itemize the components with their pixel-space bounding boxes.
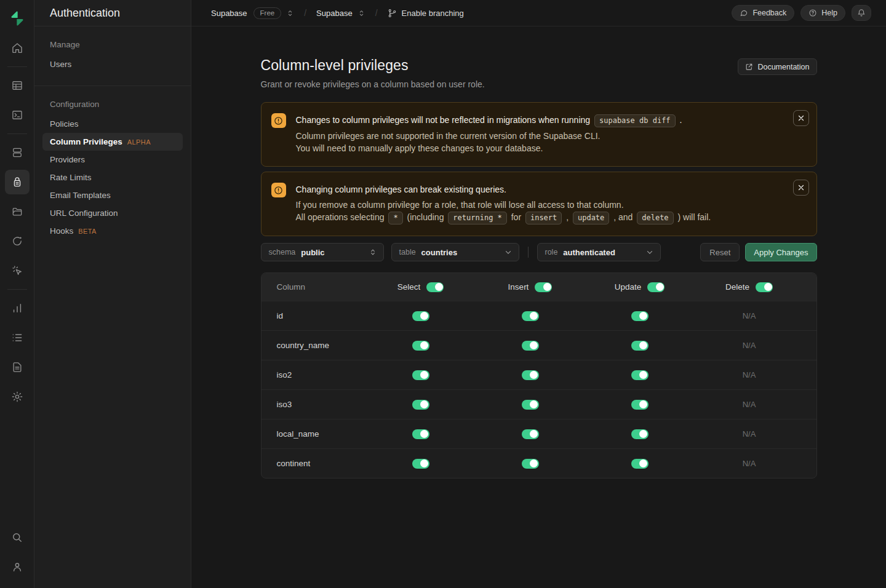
breadcrumb-project[interactable]: Supabase <box>316 9 353 18</box>
na-label: N/A <box>743 370 756 379</box>
alpha-badge: ALPHA <box>127 138 151 146</box>
breadcrumb-org[interactable]: Supabase <box>211 9 247 18</box>
select-toggle[interactable] <box>412 459 429 469</box>
sidebar-item-url-configuration[interactable]: URL Configuration <box>42 204 183 222</box>
select-toggle[interactable] <box>412 400 429 410</box>
sidebar-item-hooks[interactable]: Hooks BETA <box>42 222 183 240</box>
delete-header: Delete <box>695 282 804 292</box>
schema-select[interactable]: schema public <box>261 243 384 261</box>
apply-changes-button[interactable]: Apply Changes <box>745 243 816 261</box>
column-header: Column <box>277 282 366 292</box>
select-toggle[interactable] <box>412 429 429 439</box>
insert-all-toggle[interactable] <box>535 282 552 292</box>
update-header: Update <box>585 282 695 292</box>
sidebar-item-rate-limits[interactable]: Rate Limits <box>42 169 183 186</box>
documentation-button[interactable]: Documentation <box>738 58 816 75</box>
api-docs-icon[interactable] <box>5 355 30 379</box>
help-button[interactable]: Help <box>800 5 845 21</box>
update-toggle[interactable] <box>631 370 649 380</box>
home-icon[interactable] <box>5 36 30 60</box>
role-select[interactable]: role authenticated <box>537 243 661 261</box>
chevron-down-icon <box>504 248 513 256</box>
top-bar: Supabase Free / Supabase / Enable branch… <box>191 0 886 26</box>
na-label: N/A <box>743 429 756 439</box>
table-row: iso2 N/A <box>261 360 816 389</box>
insert-toggle[interactable] <box>522 459 539 469</box>
chevron-down-icon <box>645 248 654 256</box>
code-chip: * <box>388 212 402 224</box>
select-toggle[interactable] <box>412 370 429 380</box>
insert-toggle[interactable] <box>522 341 539 351</box>
table-row: id N/A <box>261 301 816 330</box>
help-circle-icon <box>808 9 817 17</box>
supabase-logo[interactable] <box>5 6 30 31</box>
storage-icon[interactable] <box>5 199 30 224</box>
rail-divider <box>7 133 27 134</box>
table-editor-icon[interactable] <box>5 73 30 98</box>
realtime-icon[interactable] <box>5 229 30 253</box>
update-all-toggle[interactable] <box>647 282 664 292</box>
breadcrumb-separator: / <box>375 8 378 18</box>
update-toggle[interactable] <box>631 459 649 469</box>
user-icon[interactable] <box>5 555 30 579</box>
project-selector-icon[interactable] <box>357 9 365 17</box>
update-toggle[interactable] <box>631 311 649 321</box>
table-row: continent N/A <box>261 448 816 478</box>
sidebar-item-users[interactable]: Users <box>42 55 183 73</box>
chevron-updown-icon <box>369 248 377 256</box>
insert-toggle[interactable] <box>522 370 539 380</box>
search-icon[interactable] <box>5 525 30 550</box>
filter-row: schema public table countries role authe… <box>261 243 817 261</box>
warning-banner-queries: Changing column privileges can break exi… <box>261 172 817 236</box>
content-scroll[interactable]: Column-level privileges Grant or revoke … <box>191 26 886 588</box>
na-label: N/A <box>743 400 756 409</box>
enable-branching-button[interactable]: Enable branching <box>388 9 464 18</box>
select-toggle[interactable] <box>412 341 429 351</box>
insert-toggle[interactable] <box>522 400 539 410</box>
main-area: Supabase Free / Supabase / Enable branch… <box>191 0 886 588</box>
update-toggle[interactable] <box>631 429 649 439</box>
reset-button[interactable]: Reset <box>700 243 740 261</box>
na-label: N/A <box>743 341 756 350</box>
feedback-button[interactable]: Feedback <box>732 5 794 21</box>
sidebar-item-email-templates[interactable]: Email Templates <box>42 186 183 204</box>
banner-title: Changes to column privileges will not be… <box>296 114 682 127</box>
settings-icon[interactable] <box>5 384 30 409</box>
close-icon[interactable] <box>793 180 809 196</box>
logs-icon[interactable] <box>5 325 30 350</box>
select-all-toggle[interactable] <box>426 282 444 292</box>
table-row: country_name N/A <box>261 330 816 360</box>
code-chip: update <box>573 212 609 224</box>
insert-header: Insert <box>476 282 585 292</box>
banner-line: Column privileges are not supported in t… <box>296 130 682 142</box>
auth-lock-icon[interactable] <box>5 170 30 194</box>
advisors-icon[interactable] <box>5 258 30 283</box>
sidebar-item-providers[interactable]: Providers <box>42 151 183 169</box>
bell-icon <box>857 9 866 17</box>
table-row: local_name N/A <box>261 419 816 448</box>
close-icon[interactable] <box>793 110 809 126</box>
app-root: Authentication Manage Users Configuratio… <box>0 0 886 588</box>
external-link-icon <box>745 63 753 71</box>
sql-editor-icon[interactable] <box>5 103 30 127</box>
select-toggle[interactable] <box>412 311 429 321</box>
delete-all-toggle[interactable] <box>756 282 773 292</box>
filter-divider <box>528 247 529 258</box>
section-label: Configuration <box>34 97 191 115</box>
reports-icon[interactable] <box>5 296 30 320</box>
database-icon[interactable] <box>5 140 30 165</box>
sidebar-item-policies[interactable]: Policies <box>42 115 183 133</box>
org-selector-icon[interactable] <box>286 9 294 17</box>
insert-toggle[interactable] <box>522 311 539 321</box>
plan-badge[interactable]: Free <box>253 7 282 19</box>
breadcrumb-separator: / <box>304 8 306 18</box>
update-toggle[interactable] <box>631 341 649 351</box>
table-select[interactable]: table countries <box>391 243 519 261</box>
section-label: Manage <box>34 38 191 55</box>
rail-divider <box>7 66 27 67</box>
sidebar-item-column-privileges[interactable]: Column Privileges ALPHA <box>42 133 183 151</box>
update-toggle[interactable] <box>631 400 649 410</box>
insert-toggle[interactable] <box>522 429 539 439</box>
notifications-button[interactable] <box>852 5 871 21</box>
beta-badge: BETA <box>78 228 97 235</box>
